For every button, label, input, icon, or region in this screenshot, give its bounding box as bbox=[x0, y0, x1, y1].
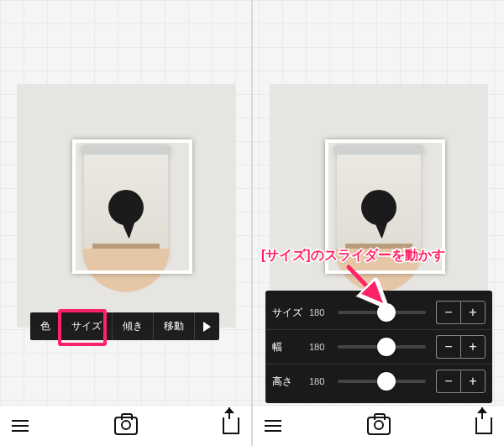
canvas-left[interactable]: 色 サイズ 傾き 移動 bbox=[0, 0, 251, 405]
slider-label: 高さ bbox=[272, 375, 304, 389]
phone-left: 色 サイズ 傾き 移動 bbox=[0, 0, 251, 446]
slider-value: 180 bbox=[309, 376, 333, 386]
step-plus[interactable]: + bbox=[460, 335, 486, 359]
crop-frame[interactable] bbox=[72, 139, 192, 274]
slider-knob[interactable] bbox=[377, 372, 396, 391]
step-minus[interactable]: − bbox=[436, 301, 460, 324]
step-minus[interactable]: − bbox=[436, 370, 460, 393]
phone-right: サイズ180−+幅180−+高さ180−+ [サイズ]のスライダーを動かす bbox=[251, 0, 504, 446]
tab-next[interactable] bbox=[195, 312, 219, 340]
slider-value: 180 bbox=[309, 342, 333, 352]
bottom-bar-right bbox=[253, 405, 504, 446]
camera-icon[interactable] bbox=[367, 417, 391, 435]
camera-icon[interactable] bbox=[114, 417, 138, 435]
slider-track[interactable] bbox=[338, 345, 426, 349]
tab-move[interactable]: 移動 bbox=[154, 312, 195, 340]
share-icon[interactable] bbox=[475, 417, 492, 434]
step-minus[interactable]: − bbox=[436, 335, 460, 359]
edit-tabs: 色 サイズ 傾き 移動 bbox=[30, 312, 219, 340]
slider-label: サイズ bbox=[272, 306, 304, 320]
slider-label: 幅 bbox=[272, 340, 304, 354]
photo-card bbox=[17, 84, 235, 328]
share-icon[interactable] bbox=[223, 417, 239, 434]
slider-track[interactable] bbox=[338, 380, 426, 383]
slider-row-2: 高さ180−+ bbox=[265, 364, 492, 398]
slider-knob[interactable] bbox=[377, 338, 396, 356]
menu-icon[interactable] bbox=[12, 425, 29, 427]
annotation-text: [サイズ]のスライダーを動かす bbox=[261, 247, 445, 265]
canvas-right[interactable]: サイズ180−+幅180−+高さ180−+ [サイズ]のスライダーを動かす bbox=[253, 0, 504, 405]
slider-value: 180 bbox=[309, 307, 333, 317]
tab-size[interactable]: サイズ bbox=[61, 312, 113, 340]
tab-tilt[interactable]: 傾き bbox=[113, 312, 154, 340]
step-plus[interactable]: + bbox=[460, 370, 486, 393]
bottom-bar-left bbox=[0, 405, 251, 446]
tab-color[interactable]: 色 bbox=[30, 312, 61, 340]
play-icon bbox=[203, 322, 211, 332]
step-plus[interactable]: + bbox=[460, 301, 486, 324]
slider-row-1: 幅180−+ bbox=[265, 329, 492, 364]
menu-icon[interactable] bbox=[265, 425, 281, 427]
